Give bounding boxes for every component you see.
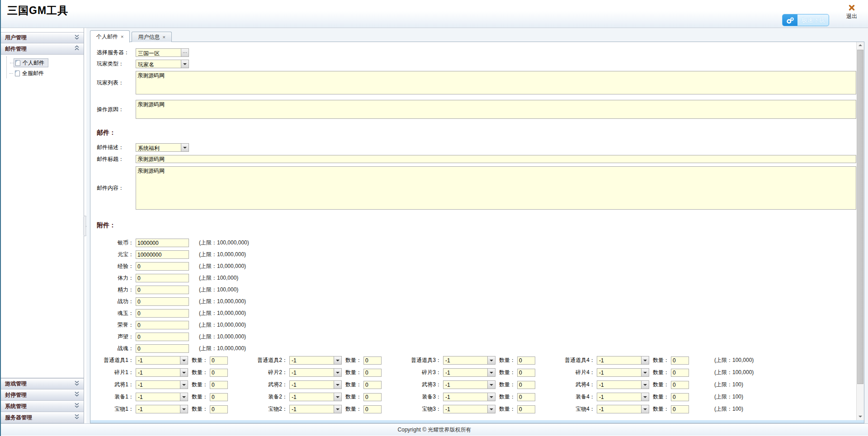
quantity-input[interactable] (517, 393, 535, 401)
item-select[interactable]: -1 (443, 368, 495, 377)
item-select[interactable]: -1 (443, 380, 495, 389)
dropdown-arrow-icon[interactable] (181, 144, 189, 151)
scroll-up-arrow-icon[interactable] (857, 42, 864, 50)
dropdown-arrow-icon[interactable] (487, 369, 495, 376)
dropdown-arrow-icon[interactable] (334, 356, 341, 364)
item-select[interactable]: -1 (289, 380, 342, 389)
quantity-input[interactable] (210, 405, 228, 413)
quantity-input[interactable] (363, 369, 382, 377)
quantity-input[interactable] (210, 393, 228, 401)
currency-input[interactable] (136, 250, 189, 259)
player-list-textarea[interactable]: 亲测源码网 (136, 71, 856, 94)
quantity-input[interactable] (671, 356, 689, 365)
currency-input[interactable] (136, 297, 189, 306)
dropdown-arrow-icon[interactable] (641, 381, 649, 389)
quantity-input[interactable] (363, 381, 382, 389)
server-more-button[interactable]: ··· (181, 49, 189, 56)
item-select[interactable]: -1 (597, 356, 649, 365)
currency-input[interactable] (136, 274, 189, 282)
item-select[interactable]: -1 (289, 356, 342, 365)
quantity-input[interactable] (517, 405, 535, 413)
dropdown-arrow-icon[interactable] (180, 356, 188, 364)
currency-input[interactable] (136, 344, 189, 353)
dropdown-arrow-icon[interactable] (181, 60, 189, 68)
server-picker[interactable]: 三国一区 ··· (136, 48, 189, 57)
dropdown-arrow-icon[interactable] (334, 369, 341, 376)
item-select[interactable]: -1 (136, 368, 188, 377)
item-select[interactable]: -1 (136, 393, 188, 401)
scrollbar-thumb[interactable] (857, 50, 863, 384)
sidebar-panel-用户管理[interactable]: 用户管理 (1, 32, 84, 43)
item-select[interactable]: -1 (443, 393, 495, 401)
item-select[interactable]: -1 (136, 356, 188, 365)
vertical-scrollbar[interactable] (856, 42, 864, 420)
horizontal-scrollbar[interactable] (90, 420, 864, 423)
quantity-input[interactable] (363, 405, 382, 413)
tab-close-icon[interactable]: × (162, 34, 165, 40)
sidebar-panel-游戏管理[interactable]: 游戏管理 (1, 378, 84, 389)
quantity-input[interactable] (363, 393, 382, 401)
sidebar-panel-封停管理[interactable]: 封停管理 (1, 389, 84, 401)
quantity-input[interactable] (671, 381, 689, 389)
dropdown-arrow-icon[interactable] (334, 393, 341, 401)
currency-input[interactable] (136, 239, 189, 247)
quantity-input[interactable] (517, 369, 535, 377)
item-select[interactable]: -1 (289, 405, 342, 413)
mail-desc-select[interactable]: 系统福利 (136, 143, 189, 152)
currency-input[interactable] (136, 309, 189, 318)
dropdown-arrow-icon[interactable] (180, 405, 188, 413)
dropdown-arrow-icon[interactable] (487, 381, 495, 389)
quantity-input[interactable] (671, 369, 689, 377)
quantity-input[interactable] (363, 356, 382, 365)
item-select[interactable]: -1 (289, 393, 342, 401)
currency-input[interactable] (136, 333, 189, 341)
sidebar-panel-系统管理[interactable]: 系统管理 (1, 401, 84, 412)
quantity-input[interactable] (210, 356, 228, 365)
tab-close-icon[interactable]: × (121, 34, 123, 39)
chevron-double-down-icon (74, 391, 80, 398)
item-select[interactable]: -1 (136, 380, 188, 389)
sidebar-item-全服邮件[interactable]: 全服邮件 (14, 69, 47, 78)
quantity-input[interactable] (671, 393, 689, 401)
item-select[interactable]: -1 (597, 393, 649, 401)
dropdown-arrow-icon[interactable] (180, 393, 188, 401)
quantity-input[interactable] (517, 381, 535, 389)
mail-title-input[interactable] (136, 155, 856, 163)
tab-用户信息[interactable]: 用户信息× (132, 32, 171, 42)
sidebar-panel-邮件管理[interactable]: 邮件管理 (1, 43, 84, 55)
dropdown-arrow-icon[interactable] (641, 393, 649, 401)
tab-个人邮件[interactable]: 个人邮件× (90, 30, 130, 42)
dropdown-arrow-icon[interactable] (641, 356, 649, 364)
dropdown-arrow-icon[interactable] (487, 393, 495, 401)
dropdown-arrow-icon[interactable] (641, 405, 649, 413)
mail-content-textarea[interactable]: 亲测源码网 (136, 166, 856, 210)
item-select[interactable]: -1 (443, 405, 495, 413)
item-select[interactable]: -1 (597, 368, 649, 377)
dropdown-arrow-icon[interactable] (180, 381, 188, 389)
dropdown-arrow-icon[interactable] (334, 405, 341, 413)
sidebar-panel-服务器管理[interactable]: 服务器管理 (1, 412, 84, 423)
currency-input[interactable] (136, 262, 189, 271)
quantity-input[interactable] (210, 381, 228, 389)
item-select[interactable]: -1 (597, 405, 649, 413)
dropdown-arrow-icon[interactable] (641, 369, 649, 376)
reason-textarea[interactable]: 亲测源码网 (136, 100, 856, 119)
item-select[interactable]: -1 (443, 356, 495, 365)
logout-button[interactable]: 退出 (843, 5, 861, 20)
currency-input[interactable] (136, 286, 189, 294)
sidebar-item-个人邮件[interactable]: 个人邮件 (14, 58, 48, 67)
netdisk-badge-button[interactable]: 极速下载 (782, 14, 829, 26)
currency-input[interactable] (136, 321, 189, 329)
quantity-input[interactable] (210, 369, 228, 377)
dropdown-arrow-icon[interactable] (334, 381, 341, 389)
dropdown-arrow-icon[interactable] (487, 405, 495, 413)
quantity-input[interactable] (517, 356, 535, 365)
dropdown-arrow-icon[interactable] (487, 356, 495, 364)
item-select[interactable]: -1 (136, 405, 188, 413)
player-type-select[interactable]: 玩家名 (136, 60, 189, 68)
item-select[interactable]: -1 (289, 368, 342, 377)
item-select[interactable]: -1 (597, 380, 649, 389)
dropdown-arrow-icon[interactable] (180, 369, 188, 376)
quantity-input[interactable] (671, 405, 689, 413)
scroll-down-arrow-icon[interactable] (857, 413, 864, 420)
